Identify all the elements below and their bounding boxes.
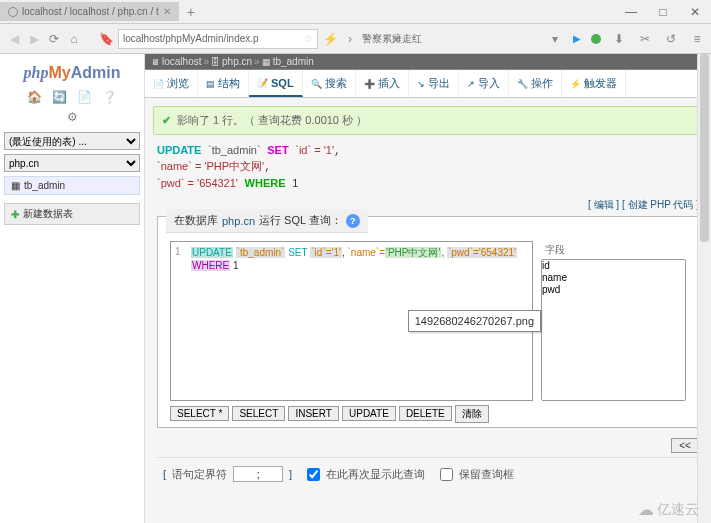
import-icon: ↗ bbox=[467, 79, 475, 89]
tab-browse[interactable]: 📄浏览 bbox=[145, 70, 198, 97]
toolbar-right: ▾ ▶ ⬇ ✂ ↺ ≡ bbox=[547, 31, 705, 47]
restore-icon[interactable]: ↺ bbox=[663, 31, 679, 47]
logout-icon[interactable]: 🔄 bbox=[52, 90, 67, 104]
window-minimize[interactable]: — bbox=[615, 0, 647, 23]
sql-icon[interactable]: 📄 bbox=[77, 90, 92, 104]
extension-text[interactable]: 警察累瘫走红 bbox=[362, 32, 422, 46]
update-button[interactable]: UPDATE bbox=[342, 406, 396, 421]
columns-list[interactable]: id name pwd bbox=[541, 259, 686, 401]
operations-icon: 🔧 bbox=[517, 79, 528, 89]
query-box-header: 在数据库 php.cn 运行 SQL 查询： ? bbox=[166, 209, 368, 233]
browser-tabs: localhost / localhost / php.cn / t ✕ + bbox=[0, 0, 203, 23]
browser-titlebar: localhost / localhost / php.cn / t ✕ + —… bbox=[0, 0, 711, 24]
scrollbar-thumb[interactable] bbox=[700, 54, 709, 242]
url-input[interactable]: localhost/phpMyAdmin/index.p ☆ bbox=[118, 29, 318, 49]
export-icon: ↘ bbox=[417, 79, 425, 89]
cut-icon[interactable]: ✂ bbox=[637, 31, 653, 47]
tab-triggers[interactable]: ⚡触发器 bbox=[562, 70, 626, 97]
window-close[interactable]: ✕ bbox=[679, 0, 711, 23]
create-php-link[interactable]: 创建 PHP 代码 bbox=[628, 199, 694, 210]
bc-database[interactable]: 🗄php.cn bbox=[211, 56, 252, 67]
sidebar-table-item[interactable]: ▦ tb_admin bbox=[4, 176, 140, 195]
close-tab-icon[interactable]: ✕ bbox=[163, 6, 171, 17]
select-star-button[interactable]: SELECT * bbox=[170, 406, 229, 421]
structure-icon: ▤ bbox=[206, 79, 215, 89]
globe-icon bbox=[8, 7, 18, 17]
server-icon: 🖥 bbox=[151, 57, 160, 67]
new-table-button[interactable]: ✚ 新建数据表 bbox=[4, 203, 140, 225]
sidebar: phpMyAdmin 🏠 🔄 📄 ❔ ⚙ (最近使用的表) ... php.cn… bbox=[0, 54, 145, 523]
tag-icon[interactable]: 🔖 bbox=[98, 31, 114, 47]
filename-overlay: 1492680246270267.png bbox=[408, 310, 541, 332]
columns-heading: 字段 bbox=[541, 241, 686, 259]
content-tabs: 📄浏览 ▤结构 📝SQL 🔍搜索 ➕插入 ↘导出 ↗导入 🔧操作 ⚡触发器 bbox=[145, 70, 711, 98]
tab-insert[interactable]: ➕插入 bbox=[356, 70, 409, 97]
db-icon: 🗄 bbox=[211, 57, 220, 67]
forward-icon[interactable]: ▶ bbox=[26, 31, 42, 47]
scroll-left-button[interactable]: << bbox=[671, 438, 699, 453]
lightning-icon[interactable]: ⚡ bbox=[322, 31, 338, 47]
cloud-icon: ☁ bbox=[638, 500, 654, 519]
delete-button[interactable]: DELETE bbox=[399, 406, 452, 421]
home-icon[interactable]: ⌂ bbox=[66, 31, 82, 47]
sidebar-quick-icons: 🏠 🔄 📄 ❔ bbox=[4, 90, 140, 104]
sql-display: UPDATE `tb_admin` SET `id` = '1', `name`… bbox=[157, 143, 699, 192]
main-area: phpMyAdmin 🏠 🔄 📄 ❔ ⚙ (最近使用的表) ... php.cn… bbox=[0, 54, 711, 523]
docs-icon[interactable]: ❔ bbox=[102, 90, 117, 104]
content-area: 🖥localhost » 🗄php.cn » ▦tb_admin 📄浏览 ▤结构… bbox=[145, 54, 711, 523]
tab-operations[interactable]: 🔧操作 bbox=[509, 70, 562, 97]
bc-server[interactable]: 🖥localhost bbox=[151, 56, 201, 67]
tab-search[interactable]: 🔍搜索 bbox=[303, 70, 356, 97]
columns-panel: 字段 id name pwd bbox=[541, 241, 686, 401]
insert-icon: ➕ bbox=[364, 79, 375, 89]
phpmyadmin-logo: phpMyAdmin bbox=[4, 64, 140, 82]
url-bar: ◀ ▶ ⟳ ⌂ 🔖 localhost/phpMyAdmin/index.p ☆… bbox=[0, 24, 711, 54]
new-tab-button[interactable]: + bbox=[179, 2, 203, 22]
delimiter-input[interactable] bbox=[233, 466, 283, 482]
retain-box-checkbox[interactable] bbox=[440, 468, 453, 481]
window-maximize[interactable]: □ bbox=[647, 0, 679, 23]
sql-tab-icon: 📝 bbox=[257, 78, 268, 88]
tab-import[interactable]: ↗导入 bbox=[459, 70, 509, 97]
clear-button[interactable]: 清除 bbox=[455, 405, 489, 423]
triggers-icon: ⚡ bbox=[570, 79, 581, 89]
url-text: localhost/phpMyAdmin/index.p bbox=[123, 33, 259, 44]
vertical-scrollbar[interactable] bbox=[697, 54, 711, 523]
edit-link[interactable]: 编辑 bbox=[594, 199, 614, 210]
divider bbox=[157, 457, 699, 458]
insert-button[interactable]: INSERT bbox=[288, 406, 339, 421]
tab-structure[interactable]: ▤结构 bbox=[198, 70, 249, 97]
tab-export[interactable]: ↘导出 bbox=[409, 70, 459, 97]
tab-title: localhost / localhost / php.cn / t bbox=[22, 6, 159, 17]
watermark: ☁ 亿速云 bbox=[638, 500, 699, 519]
show-query-checkbox[interactable] bbox=[307, 468, 320, 481]
home-icon[interactable]: 🏠 bbox=[27, 90, 42, 104]
browser-tab[interactable]: localhost / localhost / php.cn / t ✕ bbox=[0, 2, 179, 21]
database-select[interactable]: php.cn bbox=[4, 154, 140, 172]
download-icon[interactable]: ⬇ bbox=[611, 31, 627, 47]
breadcrumb: 🖥localhost » 🗄php.cn » ▦tb_admin bbox=[145, 54, 711, 70]
plus-icon: ✚ bbox=[11, 209, 19, 220]
browse-icon: 📄 bbox=[153, 79, 164, 89]
dropdown-icon[interactable]: ▾ bbox=[547, 31, 563, 47]
table-icon: ▦ bbox=[11, 180, 20, 191]
help-icon[interactable]: ? bbox=[346, 214, 360, 228]
wechat-icon[interactable] bbox=[591, 34, 601, 44]
check-icon: ✔ bbox=[162, 114, 171, 127]
menu-icon[interactable]: ≡ bbox=[689, 31, 705, 47]
success-message: ✔ 影响了 1 行。（ 查询花费 0.0010 秒 ） bbox=[153, 106, 703, 135]
table-icon: ▦ bbox=[262, 57, 271, 67]
search-icon: 🔍 bbox=[311, 79, 322, 89]
sql-buttons: SELECT * SELECT INSERT UPDATE DELETE 清除 bbox=[170, 405, 686, 423]
recent-tables-select[interactable]: (最近使用的表) ... bbox=[4, 132, 140, 150]
refresh-icon[interactable]: ⟳ bbox=[46, 31, 62, 47]
play-icon[interactable]: ▶ bbox=[573, 33, 581, 44]
back-icon[interactable]: ◀ bbox=[6, 31, 22, 47]
bottom-options: [ 语句定界符 ] 在此再次显示此查询 保留查询框 bbox=[163, 466, 693, 482]
bookmark-icon[interactable]: ☆ bbox=[304, 33, 313, 44]
window-controls: — □ ✕ bbox=[615, 0, 711, 23]
tab-sql[interactable]: 📝SQL bbox=[249, 70, 303, 97]
bc-table[interactable]: ▦tb_admin bbox=[262, 56, 314, 67]
settings-icon[interactable]: ⚙ bbox=[4, 110, 140, 124]
select-button[interactable]: SELECT bbox=[232, 406, 285, 421]
